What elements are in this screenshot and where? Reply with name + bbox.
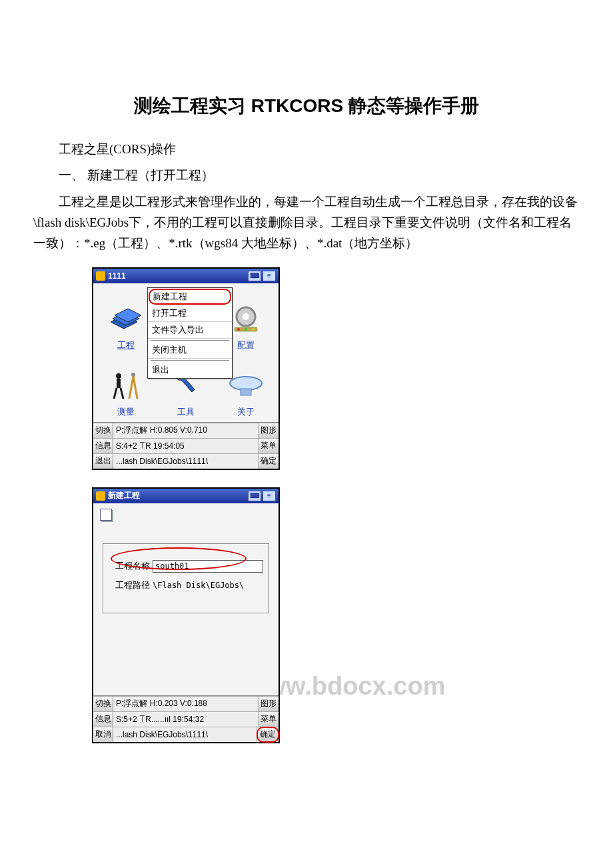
status-solution-cell: P:浮点解 H:0.805 V:0.710 (113, 423, 259, 438)
svg-point-8 (252, 328, 255, 331)
status-cancel-button[interactable]: 取消 (93, 727, 113, 742)
surveyor-icon (109, 366, 143, 406)
status-path-cell: ...lash Disk\EGJobs\1111\ (113, 727, 257, 742)
paragraph-2: 一、 新建工程（打开工程） (33, 165, 580, 185)
main-menu-grid: 新建工程 打开工程 文件导入导出 关闭主机 退出 (93, 283, 279, 422)
status-switch-button[interactable]: 切换 (93, 697, 113, 711)
device-icon (227, 366, 265, 406)
app-icon (96, 271, 105, 281)
svg-point-4 (243, 313, 249, 320)
svg-point-15 (131, 373, 135, 377)
document-title: 测绘工程实习 RTKCORS 静态等操作手册 (33, 93, 580, 119)
menu-separator (151, 340, 229, 341)
books-icon (108, 299, 144, 339)
window-title: 新建工程 (108, 490, 247, 501)
window-keyboard-icon[interactable]: ⌨ (248, 491, 261, 501)
paragraph-3: 工程之星是以工程形式来管理作业的，每建一个工程自动生成一个工程总目录，存在我的设… (33, 191, 580, 254)
status-sat-time-cell: S:5+2 ⟙R......ııl 19:54:32 (113, 712, 259, 727)
project-path-value: \Flash Disk\EGJobs\ (153, 581, 263, 590)
svg-line-11 (114, 388, 117, 399)
grid-config-label: 配置 (237, 339, 255, 354)
window-title: 1111 (108, 271, 247, 281)
svg-line-14 (133, 376, 137, 399)
copy-icon[interactable] (100, 509, 112, 521)
status-bar: 切换 P:浮点解 H:0.203 V:0.188 图形 信息 S:5+2 ⟙R.… (93, 695, 279, 742)
svg-point-7 (245, 328, 247, 331)
status-ok-button[interactable]: 确定 (259, 454, 279, 469)
menu-close-host[interactable]: 关闭主机 (148, 342, 232, 359)
status-ok-button[interactable]: 确定 (257, 727, 279, 743)
status-bar: 切换 P:浮点解 H:0.805 V:0.710 图形 信息 S:4+2 ⟙R … (93, 422, 279, 469)
svg-point-6 (237, 328, 240, 331)
window-keyboard-icon[interactable]: ⌨ (248, 271, 261, 281)
menu-import-export[interactable]: 文件导入导出 (148, 322, 232, 339)
svg-point-16 (230, 377, 262, 390)
window-titlebar: 1111 ⌨ ≡ (93, 269, 279, 283)
window-menu-icon[interactable]: ≡ (263, 491, 276, 501)
status-graph-button[interactable]: 图形 (259, 423, 279, 438)
svg-line-13 (129, 376, 133, 399)
project-name-input[interactable]: south01 (153, 560, 263, 573)
status-menu-button[interactable]: 菜单 (259, 712, 279, 727)
status-sat-time-cell: S:4+2 ⟙R 19:54:05 (113, 439, 259, 453)
window-titlebar: 新建工程 ⌨ ≡ (93, 489, 279, 503)
grid-project-label: 工程 (117, 339, 135, 354)
paragraph-1: 工程之星(CORS)操作 (33, 139, 580, 159)
window-menu-icon[interactable]: ≡ (263, 271, 276, 281)
status-path-cell: ...lash Disk\EGJobs\1111\ (113, 454, 259, 469)
project-dropdown-menu[interactable]: 新建工程 打开工程 文件导入导出 关闭主机 退出 (147, 287, 233, 379)
project-path-label: 工程路径 (109, 579, 150, 591)
status-graph-button[interactable]: 图形 (259, 697, 279, 711)
status-info-button[interactable]: 信息 (93, 439, 113, 453)
status-info-button[interactable]: 信息 (93, 712, 113, 727)
grid-tools-label: 工具 (177, 406, 195, 421)
svg-rect-17 (241, 389, 251, 395)
status-exit-button[interactable]: 退出 (93, 454, 113, 469)
grid-survey-label: 测量 (117, 406, 135, 421)
project-name-label: 工程名称 (109, 560, 150, 572)
svg-rect-10 (117, 379, 121, 388)
screenshot-new-project: 新建工程 ⌨ ≡ 工程名称 south01 工程路径 \Flash Disk\E… (92, 487, 280, 743)
grid-about-label: 关于 (237, 406, 255, 421)
status-solution-cell: P:浮点解 H:0.203 V:0.188 (113, 697, 259, 711)
screenshot-main-menu: www.bdocx.com 1111 ⌨ ≡ 新建工程 打开工程 文件导入导出 … (92, 267, 280, 470)
menu-exit[interactable]: 退出 (148, 362, 232, 378)
svg-point-9 (116, 373, 121, 379)
menu-open-project[interactable]: 打开工程 (148, 305, 232, 322)
menu-new-project[interactable]: 新建工程 (149, 289, 231, 305)
svg-line-12 (121, 388, 123, 399)
new-project-panel: 工程名称 south01 工程路径 \Flash Disk\EGJobs\ (103, 543, 269, 613)
gear-icon (231, 299, 261, 339)
app-icon (96, 491, 105, 501)
menu-separator (151, 360, 229, 361)
status-menu-button[interactable]: 菜单 (259, 439, 279, 453)
status-switch-button[interactable]: 切换 (93, 423, 113, 438)
